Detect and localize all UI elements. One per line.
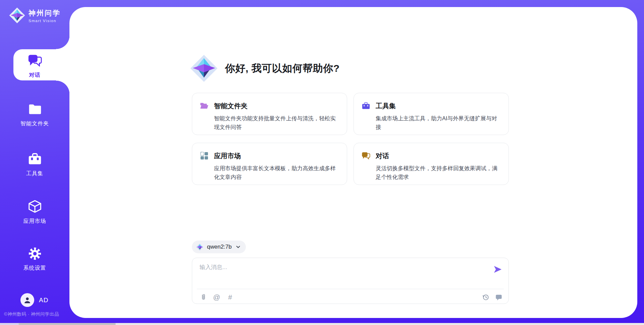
sidebar-item-label: 智能文件夹 xyxy=(0,120,69,127)
mention-button[interactable]: @ xyxy=(212,293,221,302)
brand-diamond-icon xyxy=(190,54,218,83)
diamond-logo-icon xyxy=(196,243,204,251)
hash-icon: # xyxy=(228,293,232,301)
user-name: AD xyxy=(39,297,48,304)
user-profile[interactable]: AD xyxy=(20,293,48,307)
main-panel: 你好, 我可以如何帮助你? 智能文件夹 智能文件夹功能支持批量文件上传与清洗，轻… xyxy=(69,7,637,318)
card-description: 应用市场提供丰富长文本模板，助力高效生成多样化文章内容 xyxy=(214,164,339,182)
grid-icon xyxy=(200,151,209,160)
toolbox-icon xyxy=(361,101,371,111)
card-title: 对话 xyxy=(376,151,389,160)
at-icon: @ xyxy=(213,293,220,301)
paperclip-icon xyxy=(200,294,207,301)
toolbox-icon xyxy=(27,151,43,167)
card-title: 工具集 xyxy=(376,102,396,111)
card-title: 智能文件夹 xyxy=(214,102,248,111)
active-tab-fillet-bottom xyxy=(56,80,70,94)
topic-button[interactable]: # xyxy=(226,293,234,302)
history-button[interactable] xyxy=(481,293,490,302)
card-description: 集成市场上主流工具，助力AI与外界无缝扩展与对接 xyxy=(376,114,501,132)
comments-button[interactable] xyxy=(494,293,503,302)
avatar xyxy=(20,293,34,307)
app-name: 神州问学 xyxy=(29,8,61,18)
chevron-down-icon xyxy=(235,244,241,250)
brand-diamond-icon xyxy=(9,7,25,24)
gear-icon xyxy=(27,246,43,261)
composer-divider xyxy=(197,289,504,289)
person-icon xyxy=(23,296,32,304)
model-name: qwen2:7b xyxy=(207,244,232,250)
scrollbar-thumb[interactable] xyxy=(18,323,116,325)
greeting-header: 你好, 我可以如何帮助你? xyxy=(190,54,340,83)
sidebar-item-chat[interactable]: 对话 xyxy=(0,53,69,79)
composer-tools-left: @ # xyxy=(199,293,234,302)
folder-icon xyxy=(27,102,43,117)
send-button[interactable] xyxy=(493,265,502,274)
feature-cards: 智能文件夹 智能文件夹功能支持批量文件上传与清洗，轻松实现文件问答 工具集 集成… xyxy=(192,93,509,185)
card-chat[interactable]: 对话 灵活切换多模型文件，支持多样回复效果调试，满足个性化需求 xyxy=(354,143,509,185)
brand[interactable]: 神州问学 Smart Vision xyxy=(9,7,61,24)
chat-icon xyxy=(361,151,371,160)
sidebar-item-label: 对话 xyxy=(0,72,69,79)
sidebar-item-label: 应用市场 xyxy=(0,218,69,225)
chat-icon xyxy=(27,53,43,68)
history-icon xyxy=(482,294,489,301)
card-description: 智能文件夹功能支持批量文件上传与清洗，轻松实现文件问答 xyxy=(214,114,339,132)
active-tab-fillet-top xyxy=(56,36,70,49)
folder-open-icon xyxy=(200,101,209,111)
sidebar-item-settings[interactable]: 系统设置 xyxy=(0,246,69,272)
app-window: 你好, 我可以如何帮助你? 智能文件夹 智能文件夹功能支持批量文件上传与清洗，轻… xyxy=(0,0,644,325)
cube-icon xyxy=(27,199,43,214)
greeting-title: 你好, 我可以如何帮助你? xyxy=(225,62,340,75)
card-smart-folder[interactable]: 智能文件夹 智能文件夹功能支持批量文件上传与清洗，轻松实现文件问答 xyxy=(192,93,347,135)
comment-icon xyxy=(495,294,502,301)
sidebar-item-toolset[interactable]: 工具集 xyxy=(0,151,69,177)
model-selector[interactable]: qwen2:7b xyxy=(192,241,246,253)
horizontal-scrollbar[interactable] xyxy=(0,323,644,325)
message-composer: @ # xyxy=(192,258,509,304)
attach-file-button[interactable] xyxy=(199,293,208,302)
card-title: 应用市场 xyxy=(214,151,241,160)
card-description: 灵活切换多模型文件，支持多样回复效果调试，满足个性化需求 xyxy=(376,164,501,182)
app-subtitle: Smart Vision xyxy=(29,19,61,23)
sidebar-item-label: 工具集 xyxy=(0,170,69,177)
sidebar-item-label: 系统设置 xyxy=(0,265,69,272)
send-icon xyxy=(493,265,502,274)
sidebar-item-smart-folder[interactable]: 智能文件夹 xyxy=(0,102,69,127)
card-app-market[interactable]: 应用市场 应用市场提供丰富长文本模板，助力高效生成多样化文章内容 xyxy=(192,143,347,185)
composer-tools-right xyxy=(481,293,503,302)
message-input[interactable] xyxy=(200,263,485,285)
copyright-text: ©神州数码 · 神州问学出品 xyxy=(4,311,59,317)
sidebar-item-app-market[interactable]: 应用市场 xyxy=(0,199,69,225)
card-toolset[interactable]: 工具集 集成市场上主流工具，助力AI与外界无缝扩展与对接 xyxy=(354,93,509,135)
